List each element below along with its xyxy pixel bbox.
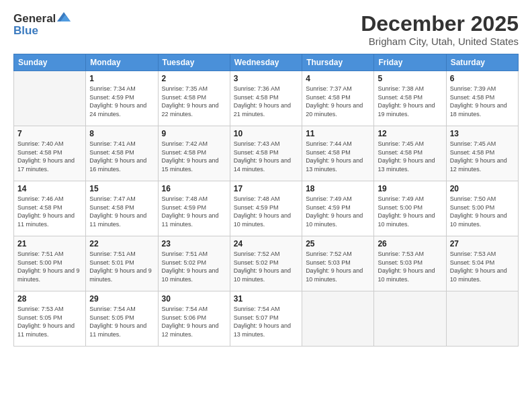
day-number: 22 [89, 239, 154, 248]
day-info: Sunrise: 7:53 AMSunset: 5:04 PMDaylight:… [450, 250, 515, 283]
calendar-cell: 13Sunrise: 7:45 AMSunset: 4:58 PMDayligh… [446, 126, 518, 181]
calendar-cell: 19Sunrise: 7:49 AMSunset: 5:00 PMDayligh… [374, 181, 446, 236]
weekday-header-friday: Friday [374, 54, 446, 71]
page: General Blue December 2025 Brigham City,… [0, 0, 532, 411]
calendar-cell: 5Sunrise: 7:38 AMSunset: 4:58 PMDaylight… [374, 71, 446, 126]
day-info: Sunrise: 7:41 AMSunset: 4:58 PMDaylight:… [89, 140, 154, 173]
day-info: Sunrise: 7:45 AMSunset: 4:58 PMDaylight:… [450, 140, 515, 173]
calendar-cell: 24Sunrise: 7:52 AMSunset: 5:02 PMDayligh… [230, 236, 302, 291]
day-number: 16 [162, 184, 226, 193]
day-info: Sunrise: 7:36 AMSunset: 4:58 PMDaylight:… [234, 85, 298, 118]
day-number: 23 [162, 239, 226, 248]
calendar-week-4: 21Sunrise: 7:51 AMSunset: 5:00 PMDayligh… [14, 236, 519, 291]
weekday-header-saturday: Saturday [446, 54, 518, 71]
day-info: Sunrise: 7:34 AMSunset: 4:59 PMDaylight:… [89, 85, 154, 118]
day-number: 7 [17, 129, 82, 138]
calendar-cell: 28Sunrise: 7:53 AMSunset: 5:05 PMDayligh… [14, 291, 86, 347]
calendar-cell: 27Sunrise: 7:53 AMSunset: 5:04 PMDayligh… [446, 236, 518, 291]
weekday-header-sunday: Sunday [14, 54, 86, 71]
calendar-cell: 29Sunrise: 7:54 AMSunset: 5:05 PMDayligh… [86, 291, 158, 347]
calendar-cell: 1Sunrise: 7:34 AMSunset: 4:59 PMDaylight… [86, 71, 158, 126]
day-number: 15 [89, 184, 154, 193]
day-info: Sunrise: 7:37 AMSunset: 4:58 PMDaylight:… [306, 85, 370, 118]
day-number: 1 [89, 74, 154, 83]
calendar-table: SundayMondayTuesdayWednesdayThursdayFrid… [13, 54, 519, 347]
calendar-cell: 23Sunrise: 7:51 AMSunset: 5:02 PMDayligh… [158, 236, 230, 291]
day-info: Sunrise: 7:48 AMSunset: 4:59 PMDaylight:… [162, 195, 226, 228]
calendar-cell: 4Sunrise: 7:37 AMSunset: 4:58 PMDaylight… [302, 71, 374, 126]
day-info: Sunrise: 7:40 AMSunset: 4:58 PMDaylight:… [17, 140, 82, 173]
day-number: 27 [450, 239, 515, 248]
calendar-week-3: 14Sunrise: 7:46 AMSunset: 4:58 PMDayligh… [14, 181, 519, 236]
day-info: Sunrise: 7:54 AMSunset: 5:07 PMDaylight:… [234, 305, 298, 338]
day-info: Sunrise: 7:42 AMSunset: 4:58 PMDaylight:… [162, 140, 226, 173]
calendar-header-row: SundayMondayTuesdayWednesdayThursdayFrid… [14, 54, 519, 71]
day-info: Sunrise: 7:52 AMSunset: 5:02 PMDaylight:… [234, 250, 298, 283]
logo-blue: Blue [13, 24, 38, 38]
logo: General Blue [13, 12, 71, 38]
day-info: Sunrise: 7:49 AMSunset: 4:59 PMDaylight:… [306, 195, 370, 228]
day-number: 19 [378, 184, 442, 193]
day-number: 11 [306, 129, 370, 138]
calendar-body: 1Sunrise: 7:34 AMSunset: 4:59 PMDaylight… [14, 71, 519, 347]
calendar-cell: 2Sunrise: 7:35 AMSunset: 4:58 PMDaylight… [158, 71, 230, 126]
day-info: Sunrise: 7:38 AMSunset: 4:58 PMDaylight:… [378, 85, 442, 118]
calendar-cell: 17Sunrise: 7:48 AMSunset: 4:59 PMDayligh… [230, 181, 302, 236]
day-number: 9 [162, 129, 226, 138]
calendar-cell: 26Sunrise: 7:53 AMSunset: 5:03 PMDayligh… [374, 236, 446, 291]
day-info: Sunrise: 7:39 AMSunset: 4:58 PMDaylight:… [450, 85, 515, 118]
weekday-header-wednesday: Wednesday [230, 54, 302, 71]
day-info: Sunrise: 7:52 AMSunset: 5:03 PMDaylight:… [306, 250, 370, 283]
month-title: December 2025 [361, 12, 519, 36]
calendar-cell: 6Sunrise: 7:39 AMSunset: 4:58 PMDaylight… [446, 71, 518, 126]
calendar-cell: 20Sunrise: 7:50 AMSunset: 5:00 PMDayligh… [446, 181, 518, 236]
day-info: Sunrise: 7:43 AMSunset: 4:58 PMDaylight:… [234, 140, 298, 173]
calendar-cell: 7Sunrise: 7:40 AMSunset: 4:58 PMDaylight… [14, 126, 86, 181]
calendar-cell: 11Sunrise: 7:44 AMSunset: 4:58 PMDayligh… [302, 126, 374, 181]
calendar-cell: 30Sunrise: 7:54 AMSunset: 5:06 PMDayligh… [158, 291, 230, 347]
day-number: 3 [234, 74, 298, 83]
calendar-cell: 16Sunrise: 7:48 AMSunset: 4:59 PMDayligh… [158, 181, 230, 236]
day-info: Sunrise: 7:35 AMSunset: 4:58 PMDaylight:… [162, 85, 226, 118]
weekday-header-monday: Monday [86, 54, 158, 71]
day-info: Sunrise: 7:54 AMSunset: 5:05 PMDaylight:… [89, 305, 154, 338]
logo-icon [57, 12, 71, 23]
header: General Blue December 2025 Brigham City,… [13, 12, 519, 47]
day-number: 6 [450, 74, 515, 83]
day-info: Sunrise: 7:45 AMSunset: 4:58 PMDaylight:… [378, 140, 442, 173]
calendar-cell: 21Sunrise: 7:51 AMSunset: 5:00 PMDayligh… [14, 236, 86, 291]
day-number: 18 [306, 184, 370, 193]
day-info: Sunrise: 7:48 AMSunset: 4:59 PMDaylight:… [234, 195, 298, 228]
title-block: December 2025 Brigham City, Utah, United… [361, 12, 519, 47]
calendar-cell: 18Sunrise: 7:49 AMSunset: 4:59 PMDayligh… [302, 181, 374, 236]
calendar-cell [446, 291, 518, 347]
day-info: Sunrise: 7:44 AMSunset: 4:58 PMDaylight:… [306, 140, 370, 173]
calendar-week-2: 7Sunrise: 7:40 AMSunset: 4:58 PMDaylight… [14, 126, 519, 181]
day-number: 21 [17, 239, 82, 248]
day-number: 17 [234, 184, 298, 193]
day-number: 13 [450, 129, 515, 138]
day-number: 31 [234, 294, 298, 304]
day-number: 29 [89, 294, 154, 304]
calendar-cell [302, 291, 374, 347]
calendar-week-5: 28Sunrise: 7:53 AMSunset: 5:05 PMDayligh… [14, 291, 519, 347]
day-number: 30 [162, 294, 226, 304]
calendar-cell: 22Sunrise: 7:51 AMSunset: 5:01 PMDayligh… [86, 236, 158, 291]
calendar-cell [374, 291, 446, 347]
day-info: Sunrise: 7:46 AMSunset: 4:58 PMDaylight:… [17, 195, 82, 228]
calendar-cell: 12Sunrise: 7:45 AMSunset: 4:58 PMDayligh… [374, 126, 446, 181]
calendar-cell: 14Sunrise: 7:46 AMSunset: 4:58 PMDayligh… [14, 181, 86, 236]
day-number: 10 [234, 129, 298, 138]
day-number: 5 [378, 74, 442, 83]
day-number: 12 [378, 129, 442, 138]
day-info: Sunrise: 7:50 AMSunset: 5:00 PMDaylight:… [450, 195, 515, 228]
calendar-cell: 10Sunrise: 7:43 AMSunset: 4:58 PMDayligh… [230, 126, 302, 181]
calendar-cell [14, 71, 86, 126]
day-number: 14 [17, 184, 82, 193]
day-number: 25 [306, 239, 370, 248]
day-number: 4 [306, 74, 370, 83]
weekday-header-tuesday: Tuesday [158, 54, 230, 71]
logo-general: General [13, 12, 56, 26]
day-info: Sunrise: 7:51 AMSunset: 5:02 PMDaylight:… [162, 250, 226, 283]
day-info: Sunrise: 7:54 AMSunset: 5:06 PMDaylight:… [162, 305, 226, 338]
